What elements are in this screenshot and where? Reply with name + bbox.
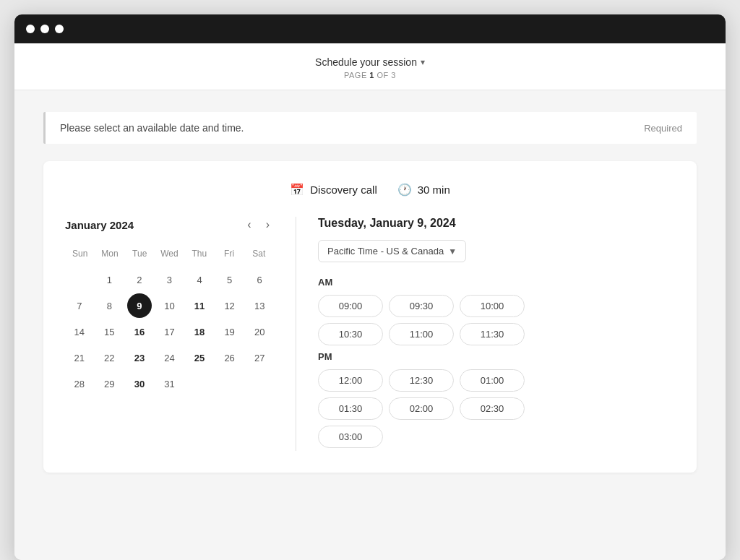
day-cell[interactable]: 10: [157, 293, 181, 318]
clock-icon: 🕐: [397, 183, 412, 197]
chevron-down-icon[interactable]: ▾: [421, 57, 425, 67]
schedule-title: Schedule your session: [315, 56, 417, 68]
day-cell[interactable]: 28: [67, 371, 92, 396]
am-time-slot[interactable]: 11:00: [389, 323, 454, 345]
day-cell[interactable]: 26: [218, 345, 242, 370]
weekday-tue: Tue: [125, 246, 155, 262]
page-of: OF 3: [377, 71, 396, 79]
day-cell[interactable]: 18: [187, 319, 212, 344]
pm-time-slot[interactable]: 01:00: [460, 369, 525, 392]
scheduler-card: 📅 Discovery call 🕐 30 min January 2024 ‹: [43, 161, 697, 473]
am-label: AM: [318, 277, 675, 288]
pm-time-slot[interactable]: 03:00: [318, 426, 383, 448]
event-meta: 📅 Discovery call 🕐 30 min: [65, 183, 675, 197]
day-cell[interactable]: 16: [127, 319, 152, 344]
weekday-mon: Mon: [95, 246, 124, 262]
day-cell[interactable]: 9: [127, 293, 152, 318]
day-empty: [67, 267, 92, 292]
day-cell[interactable]: 6: [247, 267, 272, 292]
day-cell[interactable]: 23: [127, 345, 152, 370]
weekday-fri: Fri: [214, 246, 244, 262]
calendar-grid: Sun Mon Tue Wed Thu Fri Sat 123456789101…: [65, 246, 274, 396]
page-header: Schedule your session ▾ PAGE 1 OF 3: [14, 43, 726, 90]
calendar-section: January 2024 ‹ › Sun Mon Tue Wed Thu: [65, 217, 296, 451]
pm-time-slot[interactable]: 02:30: [460, 397, 525, 420]
day-cell[interactable]: 22: [97, 345, 121, 370]
weekday-sat: Sat: [244, 246, 274, 262]
pm-time-slots: 12:0012:3001:0001:3002:0002:3003:00: [318, 369, 675, 448]
day-cell[interactable]: 25: [187, 345, 212, 370]
pm-time-slot[interactable]: 01:30: [318, 397, 383, 420]
page-label: PAGE: [344, 71, 367, 79]
day-cell[interactable]: 8: [97, 293, 121, 318]
weekday-sun: Sun: [65, 246, 95, 262]
next-month-button[interactable]: ›: [262, 217, 274, 233]
day-cell[interactable]: 21: [67, 345, 92, 370]
required-label: Required: [644, 123, 682, 134]
day-empty: [218, 371, 242, 396]
day-cell[interactable]: 5: [218, 267, 242, 292]
day-cell[interactable]: 27: [247, 345, 272, 370]
titlebar-dot-1: [26, 25, 35, 33]
calendar-header: January 2024 ‹ ›: [65, 217, 274, 233]
event-title-item: 📅 Discovery call: [290, 183, 377, 197]
pm-time-slot[interactable]: 12:00: [318, 369, 383, 392]
am-time-slot[interactable]: 10:00: [460, 295, 525, 317]
day-cell[interactable]: 17: [157, 319, 181, 344]
am-time-slot[interactable]: 10:30: [318, 323, 383, 345]
timezone-chevron-icon: ▼: [448, 246, 457, 257]
weekday-thu: Thu: [184, 246, 214, 262]
day-cell[interactable]: 15: [97, 319, 121, 344]
day-cell[interactable]: 3: [157, 267, 181, 292]
page-indicator: PAGE 1 OF 3: [14, 71, 726, 79]
event-title: Discovery call: [310, 184, 377, 196]
day-cell[interactable]: 30: [127, 371, 152, 396]
day-empty: [247, 371, 272, 396]
page-current: 1: [369, 71, 374, 79]
day-cell[interactable]: 4: [187, 267, 212, 292]
day-cell[interactable]: 29: [97, 371, 121, 396]
day-empty: [187, 371, 212, 396]
browser-window: Schedule your session ▾ PAGE 1 OF 3 Plea…: [14, 14, 726, 560]
am-time-slots: 09:0009:3010:0010:3011:0011:30: [318, 295, 675, 345]
header-title-row: Schedule your session ▾: [14, 56, 726, 68]
day-cell[interactable]: 20: [247, 319, 272, 344]
day-cell[interactable]: 1: [97, 267, 121, 292]
calendar-days: 1234567891011121314151617181920212223242…: [65, 267, 274, 396]
notice-text: Please select an available date and time…: [60, 122, 244, 134]
time-section: Tuesday, January 9, 2024 Pacific Time - …: [296, 217, 675, 451]
day-cell[interactable]: 2: [127, 267, 152, 292]
day-cell[interactable]: 11: [187, 293, 212, 318]
day-cell[interactable]: 7: [67, 293, 92, 318]
calendar-icon: 📅: [290, 183, 304, 197]
am-time-slot[interactable]: 09:00: [318, 295, 383, 317]
event-duration-item: 🕐 30 min: [397, 183, 450, 197]
calendar-weekdays: Sun Mon Tue Wed Thu Fri Sat: [65, 246, 274, 262]
calendar-month-year: January 2024: [65, 219, 134, 231]
am-time-slot[interactable]: 11:30: [460, 323, 525, 345]
pm-time-slot[interactable]: 02:00: [389, 397, 454, 420]
prev-month-button[interactable]: ‹: [243, 217, 255, 233]
weekday-wed: Wed: [155, 246, 184, 262]
selected-date-title: Tuesday, January 9, 2024: [318, 217, 675, 230]
day-cell[interactable]: 14: [67, 319, 92, 344]
main-content: Please select an available date and time…: [14, 90, 726, 560]
required-notice: Please select an available date and time…: [43, 112, 697, 144]
day-cell[interactable]: 31: [157, 371, 181, 396]
timezone-selector[interactable]: Pacific Time - US & Canada ▼: [318, 240, 466, 262]
day-cell[interactable]: 13: [247, 293, 272, 318]
event-duration: 30 min: [418, 184, 450, 196]
day-cell[interactable]: 12: [218, 293, 242, 318]
pm-time-slot[interactable]: 12:30: [389, 369, 454, 392]
day-cell[interactable]: 19: [218, 319, 242, 344]
titlebar: [14, 14, 726, 43]
calendar-nav: ‹ ›: [243, 217, 274, 233]
titlebar-dot-2: [40, 25, 49, 33]
am-time-slot[interactable]: 09:30: [389, 295, 454, 317]
timezone-label: Pacific Time - US & Canada: [327, 246, 444, 257]
day-cell[interactable]: 24: [157, 345, 181, 370]
pm-label: PM: [318, 351, 675, 362]
scheduler-body: January 2024 ‹ › Sun Mon Tue Wed Thu: [65, 217, 675, 451]
titlebar-dot-3: [55, 25, 64, 33]
